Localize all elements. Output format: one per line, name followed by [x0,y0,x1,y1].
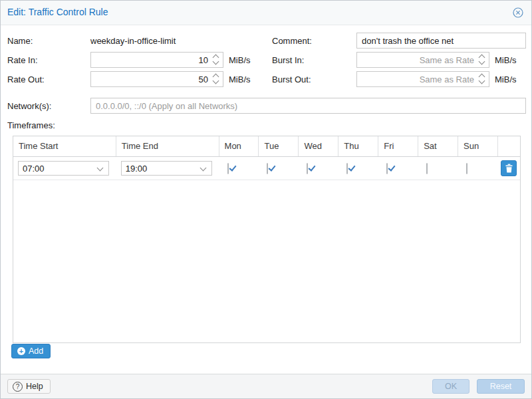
checkbox-thu[interactable] [346,163,348,174]
column-header-fri[interactable]: Fri [378,136,418,156]
column-header-thu[interactable]: Thu [338,136,378,156]
column-header-actions [498,136,520,156]
comment-field [356,33,526,49]
rate-out-label: Rate Out: [7,74,45,84]
rate-in-input[interactable] [90,52,223,68]
checkbox-sun[interactable] [466,163,467,174]
reset-button[interactable]: Reset [477,379,525,394]
delete-row-button[interactable] [501,160,517,176]
comment-label: Comment: [272,36,312,46]
burst-out-spinner[interactable] [478,71,486,87]
dialog-title: Edit: Traffic Control Rule [7,7,108,17]
burst-out-label: Burst Out: [272,74,311,84]
dialog-header: Edit: Traffic Control Rule [1,1,531,25]
question-circle-icon [13,382,23,392]
close-icon[interactable] [513,7,523,18]
add-button-label: Add [29,346,43,356]
checkbox-wed[interactable] [307,163,308,174]
rate-in-field [90,52,223,68]
timeframes-grid: Time Start Time End Mon Tue Wed Thu Fri … [13,136,521,343]
trash-icon [505,164,513,173]
timeframe-row [13,157,520,180]
burst-in-input[interactable] [356,52,489,68]
time-end-input[interactable] [122,162,211,175]
networks-field [90,98,526,114]
name-label: Name: [7,36,33,46]
time-start-input[interactable] [19,162,108,175]
help-button[interactable]: Help [7,379,51,394]
name-value: weekday-in-office-limit [90,36,176,46]
time-end-combo [121,161,212,176]
burst-out-field [356,71,489,87]
rate-in-label: Rate In: [7,55,38,65]
burst-in-label: Burst In: [272,55,304,65]
rate-out-input[interactable] [90,71,223,87]
checkbox-fri[interactable] [386,163,388,174]
time-start-cell [13,161,116,176]
help-button-label: Help [26,382,43,391]
burst-out-unit: MiB/s [495,74,517,84]
networks-label: Network(s): [7,101,51,111]
plus-circle-icon [17,347,25,355]
column-header-time-end[interactable]: Time End [116,136,219,156]
chevron-down-icon[interactable] [200,162,209,175]
time-start-combo [18,161,109,176]
column-header-time-start[interactable]: Time Start [13,136,116,156]
column-header-wed[interactable]: Wed [299,136,338,156]
rate-out-unit: MiB/s [229,74,251,84]
time-end-cell [116,161,219,176]
column-header-sun[interactable]: Sun [458,136,498,156]
burst-in-spinner[interactable] [478,52,486,68]
burst-out-input[interactable] [356,71,489,87]
column-header-tue[interactable]: Tue [259,136,299,156]
networks-input[interactable] [90,98,526,114]
chevron-down-icon[interactable] [479,59,485,65]
ok-button[interactable]: OK [432,379,469,394]
column-header-mon[interactable]: Mon [219,136,259,156]
column-header-sat[interactable]: Sat [418,136,458,156]
rate-in-unit: MiB/s [229,55,251,65]
chevron-down-icon[interactable] [479,78,485,84]
grid-header: Time Start Time End Mon Tue Wed Thu Fri … [13,136,520,157]
burst-in-unit: MiB/s [495,55,517,65]
chevron-down-icon[interactable] [213,78,219,84]
traffic-control-rule-dialog: Edit: Traffic Control Rule Name: weekday… [0,0,532,399]
checkbox-sat[interactable] [426,163,428,174]
chevron-down-icon[interactable] [96,162,106,175]
rate-out-field [90,71,223,87]
checkbox-mon[interactable] [227,163,229,174]
dialog-footer: Help OK Reset [1,374,531,398]
rate-in-spinner[interactable] [212,52,220,68]
chevron-down-icon[interactable] [213,59,219,65]
burst-in-field [356,52,489,68]
timeframes-label: Timeframes: [7,120,55,130]
rate-out-spinner[interactable] [212,71,220,87]
checkbox-tue[interactable] [267,163,268,174]
comment-input[interactable] [356,33,526,49]
add-button[interactable]: Add [11,344,51,358]
